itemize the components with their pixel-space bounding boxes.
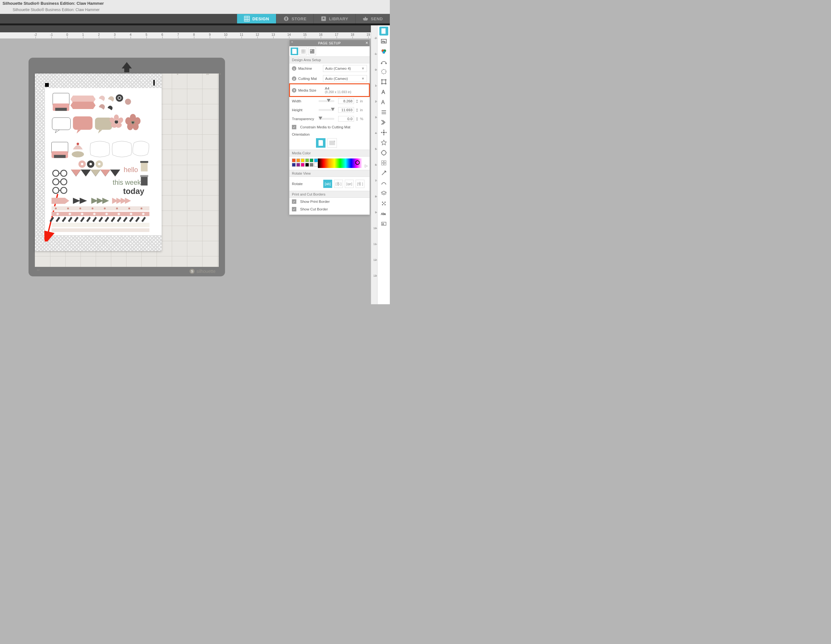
svg-text:this week: this week xyxy=(113,179,141,186)
svg-point-126 xyxy=(384,204,385,205)
svg-point-57 xyxy=(92,208,94,210)
height-input[interactable]: 11.693 xyxy=(338,107,354,113)
swatch[interactable] xyxy=(301,163,304,167)
rotate-option-3[interactable]: [qe] xyxy=(345,180,354,188)
svg-point-68 xyxy=(118,213,120,215)
panel-tab-page[interactable] xyxy=(291,48,298,55)
svg-point-67 xyxy=(105,213,108,215)
swatch[interactable] xyxy=(314,163,318,167)
swatch[interactable] xyxy=(305,163,309,167)
color-spectrum[interactable] xyxy=(318,159,362,168)
media-page[interactable]: hello this week today xyxy=(35,73,162,251)
silhouette-logo-icon: S xyxy=(189,269,194,274)
panel-tab-grid[interactable] xyxy=(299,48,307,55)
tab-send[interactable]: SEND xyxy=(356,14,390,24)
align-icon[interactable] xyxy=(379,108,388,117)
svg-rect-50 xyxy=(140,161,148,163)
svg-point-41 xyxy=(61,170,67,176)
width-stepper[interactable]: ▲▼ xyxy=(356,99,358,103)
swatch[interactable] xyxy=(301,159,304,162)
svg-rect-90 xyxy=(292,49,297,54)
svg-rect-13 xyxy=(52,118,70,130)
width-slider[interactable] xyxy=(318,100,334,102)
rotate-option-4[interactable]: [qe] xyxy=(356,180,365,188)
cutting-mat-select[interactable]: Auto (Cameo)▼ xyxy=(323,75,367,82)
rotate-option-1[interactable]: [ab] xyxy=(323,180,332,188)
nesting-icon[interactable] xyxy=(379,159,388,167)
swatch[interactable] xyxy=(310,159,314,162)
machine-select[interactable]: Auto (Cameo 4)▼ xyxy=(323,65,367,72)
transparency-stepper[interactable]: ▲▼ xyxy=(356,117,358,121)
swatch[interactable] xyxy=(310,163,314,167)
svg-point-109 xyxy=(385,83,386,84)
text-abc-icon[interactable]: Aba xyxy=(379,209,388,218)
tab-design[interactable]: DESIGN xyxy=(237,14,276,24)
chevron-down-icon: ▼ xyxy=(361,67,365,70)
svg-rect-94 xyxy=(318,140,323,146)
fill-color-icon[interactable] xyxy=(379,47,388,56)
tab-store[interactable]: STORE xyxy=(276,14,314,24)
step-1-icon: 1 xyxy=(292,66,296,71)
close-icon[interactable]: × xyxy=(365,40,368,45)
swatch[interactable] xyxy=(296,159,300,162)
svg-point-107 xyxy=(385,79,386,81)
replicate-icon[interactable] xyxy=(379,128,388,137)
media-size-select[interactable]: A4 (8.268 x 11.693 in) xyxy=(323,85,367,95)
line-style-icon[interactable] xyxy=(379,57,388,66)
svg-point-112 xyxy=(383,132,385,134)
swatch[interactable] xyxy=(305,159,309,162)
svg-rect-0 xyxy=(244,16,250,21)
svg-point-54 xyxy=(55,208,57,210)
page-setup-icon[interactable] xyxy=(379,27,388,35)
swatch[interactable] xyxy=(314,159,318,162)
offset-icon[interactable] xyxy=(379,118,388,127)
transparency-slider[interactable] xyxy=(318,118,334,120)
eyedropper-icon[interactable]: ▷ xyxy=(365,164,369,170)
orientation-portrait[interactable] xyxy=(316,138,325,148)
canvas[interactable]: 6 8 10 12 12 S silhouette xyxy=(0,39,371,304)
transparency-input[interactable]: 0.0 xyxy=(338,116,354,122)
text-large-icon[interactable]: A xyxy=(379,98,388,107)
svg-rect-105 xyxy=(382,80,386,84)
rotate-option-2[interactable]: [ab] xyxy=(334,180,343,188)
swatch[interactable] xyxy=(296,163,300,167)
color-picker-ring[interactable] xyxy=(355,161,360,165)
sketch-icon[interactable] xyxy=(379,179,388,188)
orientation-landscape[interactable] xyxy=(327,138,337,148)
svg-rect-121 xyxy=(384,163,386,165)
trace-icon[interactable] xyxy=(379,67,388,76)
modify-icon[interactable] xyxy=(379,148,388,157)
height-label: Height xyxy=(292,108,317,112)
svg-text:A: A xyxy=(382,223,384,225)
tab-library-label: LIBRARY xyxy=(329,16,348,21)
transform-icon[interactable] xyxy=(379,77,388,86)
knife-icon[interactable] xyxy=(379,169,388,178)
show-print-border-checkbox[interactable]: ✓ xyxy=(292,199,296,204)
object-icon[interactable]: A xyxy=(379,219,388,228)
tab-library[interactable]: LIBRARY xyxy=(314,14,356,24)
swatch[interactable] xyxy=(292,163,296,167)
panel-titlebar[interactable]: ⌃ PAGE SETUP × xyxy=(289,40,369,46)
right-icon-toolbar: PixAAAbaA xyxy=(377,25,390,304)
star-icon[interactable] xyxy=(379,138,388,147)
show-cut-border-checkbox[interactable]: ✓ xyxy=(292,207,296,211)
stipple-icon[interactable] xyxy=(379,199,388,208)
svg-point-55 xyxy=(67,208,69,210)
download-icon xyxy=(321,16,326,22)
grid-small-icon xyxy=(301,49,306,54)
layers-icon[interactable] xyxy=(379,189,388,198)
svg-point-56 xyxy=(79,208,81,210)
panel-tab-registration[interactable] xyxy=(308,48,316,55)
svg-point-101 xyxy=(382,51,385,54)
collapse-icon[interactable]: ⌃ xyxy=(291,41,294,45)
constrain-checkbox[interactable]: ✓ xyxy=(292,125,296,129)
swatch[interactable] xyxy=(292,159,296,162)
height-slider[interactable] xyxy=(318,109,334,111)
svg-point-104 xyxy=(382,69,386,74)
pixscan-icon[interactable]: Pix xyxy=(379,37,388,46)
text-style-icon[interactable]: A xyxy=(379,87,388,96)
height-stepper[interactable]: ▲▼ xyxy=(356,108,358,112)
svg-point-103 xyxy=(385,63,387,64)
width-input[interactable]: 8.268 xyxy=(338,98,354,104)
svg-rect-4 xyxy=(365,17,366,18)
